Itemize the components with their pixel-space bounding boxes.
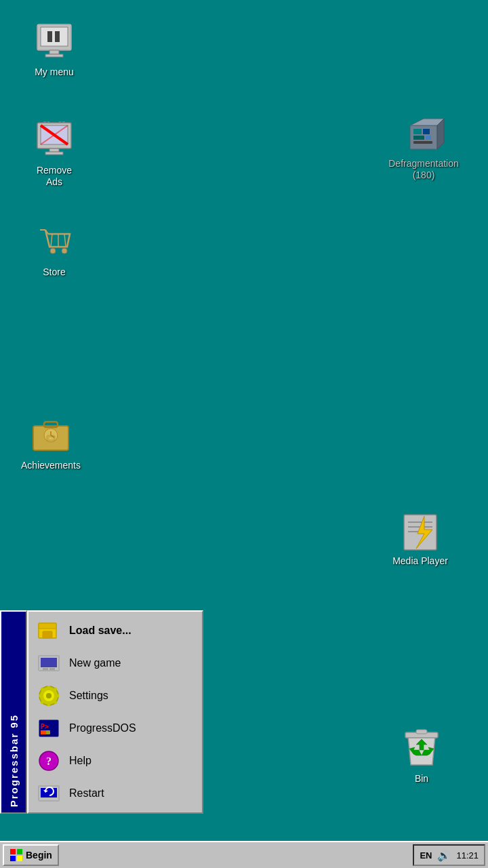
taskbar-time: 11:21	[456, 850, 479, 861]
bin-icon[interactable]: Bin	[388, 726, 455, 785]
svg-rect-61	[56, 694, 59, 697]
restart-icon	[37, 781, 61, 806]
svg-rect-79	[10, 856, 16, 861]
svg-rect-75	[41, 788, 57, 797]
svg-rect-37	[426, 136, 431, 140]
defragmentation-label: Defragmentation (180)	[388, 158, 459, 181]
bin-label: Bin	[415, 773, 428, 785]
svg-rect-25	[44, 422, 58, 427]
menu-item-progress-dos[interactable]: P> ProgressDOS	[28, 712, 202, 745]
start-menu-items: Load save... New game	[27, 610, 203, 814]
svg-rect-5	[49, 50, 59, 54]
svg-rect-52	[41, 658, 57, 667]
svg-rect-54	[49, 668, 55, 670]
menu-item-settings[interactable]: Settings	[28, 679, 202, 712]
store-label: Store	[43, 267, 65, 278]
svg-rect-2	[41, 27, 68, 46]
menu-item-help[interactable]: ? Help	[28, 745, 202, 777]
progress-dos-icon: P>	[37, 716, 61, 741]
menu-item-load-save-label: Load save...	[69, 625, 131, 637]
svg-rect-80	[17, 856, 22, 861]
start-logo-icon	[9, 848, 23, 862]
defragmentation-icon[interactable]: Defragmentation (180)	[383, 112, 464, 181]
svg-rect-78	[17, 849, 22, 854]
svg-rect-15	[49, 149, 59, 152]
achievements-icon[interactable]: Achievements	[17, 414, 85, 471]
start-button[interactable]: Begin	[3, 844, 59, 866]
svg-rect-60	[39, 694, 42, 697]
menu-item-new-game[interactable]: New game	[28, 647, 202, 679]
taskbar-system-tray: EN 🔊 11:21	[413, 844, 485, 866]
svg-rect-38	[413, 141, 432, 144]
svg-rect-70	[41, 730, 46, 734]
svg-rect-53	[43, 668, 48, 670]
achievements-label: Achievements	[21, 460, 81, 471]
menu-item-load-save[interactable]: Load save...	[28, 614, 202, 647]
menu-item-restart-label: Restart	[69, 787, 104, 800]
desktop: My menu Remove Ads	[0, 0, 488, 841]
svg-text:P>: P>	[41, 723, 49, 730]
svg-rect-34	[413, 129, 422, 134]
menu-item-help-label: Help	[69, 755, 92, 767]
svg-text:?: ?	[46, 755, 52, 767]
svg-rect-6	[45, 54, 63, 57]
svg-line-18	[51, 234, 52, 247]
svg-rect-59	[47, 703, 50, 706]
media-player-icon[interactable]: Media Player	[380, 512, 461, 567]
my-menu-icon[interactable]: My menu	[20, 20, 88, 78]
svg-point-21	[50, 248, 56, 254]
start-label: Begin	[26, 850, 52, 861]
menu-item-settings-label: Settings	[69, 690, 108, 702]
store-icon[interactable]: Store	[20, 220, 88, 278]
svg-rect-49	[43, 631, 52, 638]
start-menu-sidebar-text: Progressbar 95	[8, 714, 20, 807]
svg-rect-77	[10, 849, 16, 854]
svg-rect-46	[416, 730, 427, 734]
svg-rect-4	[55, 31, 60, 42]
my-menu-label: My menu	[35, 66, 74, 78]
remove-ads-icon[interactable]: Remove Ads	[20, 119, 88, 188]
settings-icon	[37, 684, 61, 708]
start-menu-sidebar: Progressbar 95	[0, 610, 27, 814]
svg-line-20	[64, 234, 66, 247]
svg-point-22	[62, 248, 67, 254]
svg-point-57	[46, 693, 52, 698]
menu-item-progress-dos-label: ProgressDOS	[69, 722, 136, 734]
menu-item-new-game-label: New game	[69, 657, 121, 669]
taskbar-language: EN	[420, 850, 432, 861]
load-save-icon	[37, 618, 61, 643]
menu-item-restart[interactable]: Restart	[28, 777, 202, 810]
media-player-label: Media Player	[392, 555, 448, 567]
remove-ads-label: Remove Ads	[37, 165, 72, 188]
taskbar: Begin EN 🔊 11:21	[0, 841, 488, 868]
svg-rect-16	[45, 152, 63, 155]
start-menu: Progressbar 95 Load save...	[0, 610, 203, 814]
svg-rect-48	[39, 623, 56, 629]
help-icon: ?	[37, 749, 61, 773]
svg-rect-35	[423, 129, 430, 134]
volume-icon[interactable]: 🔊	[437, 849, 451, 862]
svg-rect-36	[413, 136, 424, 140]
new-game-icon	[37, 651, 61, 675]
svg-rect-3	[47, 31, 52, 42]
svg-rect-58	[47, 686, 50, 689]
